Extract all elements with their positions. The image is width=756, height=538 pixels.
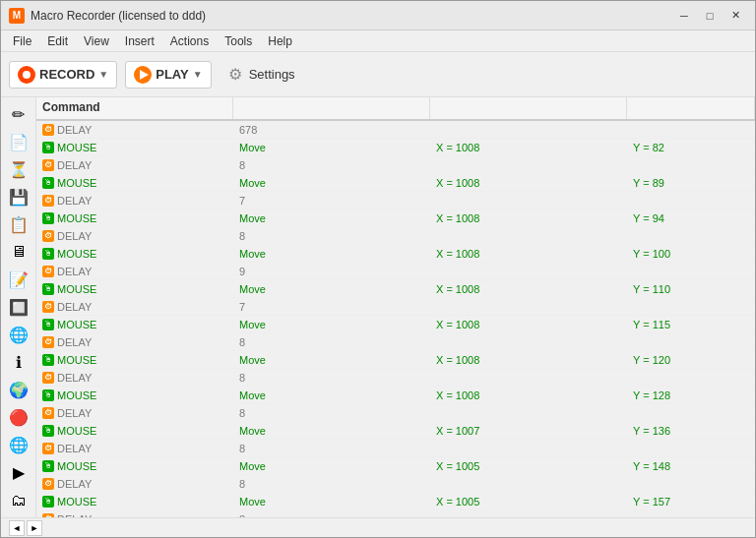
table-row[interactable]: ⏱ DELAY 8 [36,333,755,351]
command-label: MOUSE [57,354,96,366]
play-dropdown-arrow: ▼ [193,69,203,80]
menu-file[interactable]: File [5,30,39,52]
menu-help[interactable]: Help [260,30,300,52]
table-row[interactable]: 🖱 MOUSE Move X = 1005 Y = 157 [36,493,755,510]
td-command: ⏱ DELAY [36,475,233,492]
menu-view[interactable]: View [76,30,117,52]
record-dot [23,71,31,79]
table-row[interactable]: 🖱 MOUSE Move X = 1007 Y = 136 [36,422,755,440]
side-btn-box[interactable]: 🔲 [5,294,32,320]
close-button[interactable]: ✕ [724,6,747,26]
table-row[interactable]: ⏱ DELAY 8 [36,510,755,517]
table-row[interactable]: 🖱 MOUSE Move X = 1008 Y = 82 [36,139,755,156]
side-btn-info[interactable]: ℹ [5,350,32,376]
mouse-icon: 🖱 [42,319,54,330]
td-command: 🖱 MOUSE [36,245,233,262]
td-col3: X = 1008 [430,139,627,155]
side-btn-globe[interactable]: 🌍 [5,378,32,403]
table-row[interactable]: ⏱ DELAY 7 [36,298,755,316]
side-btn-clipboard[interactable]: 📋 [5,211,32,237]
side-toolbar: ✏ 📄 ⏳ 💾 📋 🖥 📝 🔲 🌐 ℹ 🌍 🔴 🌐 ▶ 🗂 [1,97,36,517]
side-btn-timer[interactable]: ⏳ [5,156,32,182]
menu-tools[interactable]: Tools [217,30,260,52]
menu-bar: File Edit View Insert Actions Tools Help [1,30,755,52]
nav-prev-button[interactable]: ◄ [9,520,25,536]
minimize-button[interactable]: ─ [672,6,696,26]
menu-insert[interactable]: Insert [117,30,162,52]
td-col4 [627,121,755,138]
table-row[interactable]: 🖱 MOUSE Move X = 1005 Y = 148 [36,457,755,475]
delay-icon: ⏱ [42,266,54,277]
record-icon [18,66,35,84]
table-body[interactable]: ⏱ DELAY 678 🖱 MOUSE Move X = 1008 Y = 82… [36,121,755,517]
table-row[interactable]: 🖱 MOUSE Move X = 1008 Y = 110 [36,280,755,298]
table-row[interactable]: ⏱ DELAY 8 [36,475,755,493]
side-btn-play2[interactable]: ▶ [5,460,32,486]
td-col3: X = 1008 [430,209,627,226]
table-row[interactable]: 🖱 MOUSE Move X = 1008 Y = 128 [36,387,755,404]
gear-icon: ⚙ [225,65,245,85]
play-button[interactable]: PLAY ▼ [125,61,211,89]
settings-button[interactable]: ⚙ Settings [220,61,301,89]
td-command: 🖱 MOUSE [36,174,233,191]
command-label: MOUSE [57,389,96,401]
nav-next-button[interactable]: ► [27,520,42,536]
menu-edit[interactable]: Edit [39,30,76,52]
td-col4: Y = 82 [627,139,755,155]
table-row[interactable]: 🖱 MOUSE Move X = 1008 Y = 100 [36,245,755,263]
side-btn-note[interactable]: 📝 [5,267,32,292]
table-row[interactable]: 🖱 MOUSE Move X = 1008 Y = 89 [36,174,755,192]
td-col2: 8 [233,440,430,456]
side-btn-screen[interactable]: 🖥 [5,239,32,265]
menu-actions[interactable]: Actions [162,30,217,52]
td-col4 [627,510,755,517]
td-col3 [430,121,627,138]
delay-icon: ⏱ [42,336,54,348]
side-btn-save[interactable]: 💾 [5,184,32,209]
table-row[interactable]: ⏱ DELAY 678 [36,121,755,139]
side-btn-folder[interactable]: 🗂 [5,488,32,513]
mouse-icon: 🖱 [42,177,54,189]
td-col2: Move [233,387,430,403]
command-label: DELAY [57,266,92,277]
td-command: 🖱 MOUSE [36,351,233,368]
td-col2: Move [233,280,430,297]
table-area: Command ⏱ DELAY 678 🖱 MOUSE Move X = 100… [36,97,755,517]
td-col3: X = 1008 [430,351,627,368]
td-col3: X = 1008 [430,245,627,262]
side-btn-pen[interactable]: ✏ [5,101,32,127]
command-label: DELAY [57,443,92,454]
maximize-button[interactable]: □ [698,6,722,26]
command-label: DELAY [57,336,92,348]
side-btn-document[interactable]: 📄 [5,129,32,154]
command-label: DELAY [57,407,92,419]
record-button[interactable]: RECORD ▼ [9,61,117,89]
table-row[interactable]: ⏱ DELAY 8 [36,156,755,174]
table-row[interactable]: 🖱 MOUSE Move X = 1008 Y = 120 [36,351,755,369]
side-btn-action[interactable]: 🔴 [5,405,32,431]
settings-label: Settings [249,67,295,82]
td-command: ⏱ DELAY [36,404,233,421]
td-col3 [430,369,627,386]
table-row[interactable]: ⏱ DELAY 8 [36,369,755,387]
table-row[interactable]: 🖱 MOUSE Move X = 1008 Y = 115 [36,316,755,333]
td-col2: Move [233,422,430,439]
td-col2: Move [233,209,430,226]
table-header: Command [36,97,755,121]
table-row[interactable]: ⏱ DELAY 8 [36,440,755,457]
td-col2: Move [233,457,430,474]
table-row[interactable]: ⏱ DELAY 8 [36,227,755,245]
td-col4 [627,404,755,421]
command-label: MOUSE [57,248,96,260]
mouse-icon: 🖱 [42,460,54,472]
td-col2: 8 [233,475,430,492]
table-row[interactable]: 🖱 MOUSE Move X = 1008 Y = 94 [36,209,755,227]
side-btn-net[interactable]: 🌐 [5,433,32,458]
table-row[interactable]: ⏱ DELAY 7 [36,192,755,209]
td-col4: Y = 110 [627,280,755,297]
table-row[interactable]: ⏱ DELAY 9 [36,263,755,280]
side-btn-web[interactable]: 🌐 [5,323,32,348]
window-title: Macro Recorder (licensed to ddd) [31,9,206,23]
title-bar-left: M Macro Recorder (licensed to ddd) [9,8,206,24]
table-row[interactable]: ⏱ DELAY 8 [36,404,755,422]
